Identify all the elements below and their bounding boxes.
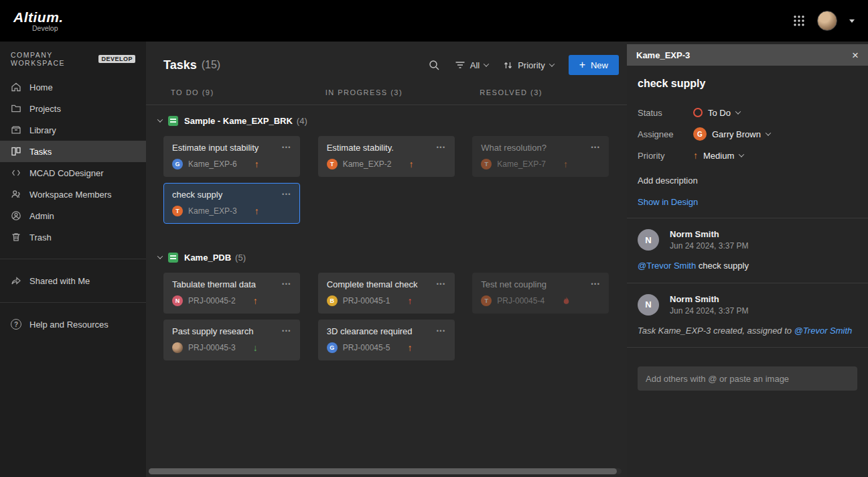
task-card-resolved[interactable]: Test net coupling T PRJ-00045-4 bbox=[472, 273, 609, 314]
assignee-avatar: G bbox=[172, 159, 183, 169]
workspace-label: COMPANY WORKSPACE bbox=[11, 51, 93, 67]
search-icon[interactable] bbox=[429, 60, 440, 71]
column-header-resolved: RESOLVED (3) bbox=[472, 88, 627, 96]
task-card[interactable]: 3D clearance required G PRJ-00045-5 bbox=[318, 320, 455, 360]
comment-system-body: Task Kame_EXP-3 created, assigned to @Tr… bbox=[638, 325, 857, 337]
show-in-design-link[interactable]: Show in Design bbox=[638, 197, 698, 207]
card-title: 3D clearance required bbox=[327, 326, 413, 336]
card-menu-icon[interactable] bbox=[282, 328, 291, 334]
card-menu-icon[interactable] bbox=[437, 281, 446, 287]
sidebar-item-label: Workspace Members bbox=[29, 190, 112, 200]
sidebar: COMPANY WORKSPACE DEVELOP Home Projects … bbox=[0, 42, 146, 477]
user-avatar[interactable] bbox=[817, 11, 837, 31]
card-menu-icon[interactable] bbox=[437, 144, 446, 151]
card-menu-icon[interactable] bbox=[282, 191, 291, 198]
sidebar-item-workspace-members[interactable]: Workspace Members bbox=[0, 184, 146, 205]
task-card[interactable]: Past supply research PRJ-00045-3 bbox=[163, 320, 300, 360]
card-menu-icon[interactable] bbox=[282, 144, 291, 151]
sort-dropdown[interactable]: Priority bbox=[503, 60, 553, 70]
comment-avatar: N bbox=[638, 294, 659, 316]
assignee-avatar: T bbox=[481, 295, 492, 306]
comment-input[interactable] bbox=[638, 366, 857, 391]
page-title: Tasks bbox=[163, 58, 197, 72]
folder-icon bbox=[11, 103, 21, 114]
sidebar-item-home[interactable]: Home bbox=[0, 76, 146, 98]
sidebar-item-shared-with-me[interactable]: Shared with Me bbox=[0, 270, 146, 291]
scrollbar-thumb[interactable] bbox=[149, 468, 617, 474]
user-menu-caret-icon[interactable] bbox=[849, 19, 855, 23]
task-card[interactable]: Complete themal check B PRJ-00045-1 bbox=[318, 273, 455, 314]
priority-up-icon bbox=[255, 206, 259, 216]
sort-icon bbox=[503, 60, 513, 70]
mention-link[interactable]: @Trevor Smith bbox=[638, 261, 696, 271]
sidebar-item-help-and-resources[interactable]: ? Help and Resources bbox=[0, 314, 146, 335]
share-arrow-icon bbox=[11, 275, 21, 286]
sidebar-item-trash[interactable]: Trash bbox=[0, 226, 146, 248]
assignee-avatar-photo bbox=[172, 342, 183, 353]
priority-dropdown[interactable]: Medium bbox=[693, 151, 743, 161]
status-dropdown[interactable]: To Do bbox=[693, 108, 740, 118]
sidebar-item-library[interactable]: Library bbox=[0, 119, 146, 141]
altium-logo: Altium. Develop bbox=[13, 9, 64, 32]
card-id: Kame_EXP-3 bbox=[188, 206, 237, 216]
plus-icon: + bbox=[579, 60, 585, 70]
task-card-resolved[interactable]: What resolution? T Kame_EXP-7 bbox=[472, 136, 609, 177]
card-menu-icon[interactable] bbox=[282, 281, 291, 287]
sidebar-divider bbox=[0, 259, 146, 259]
horizontal-scrollbar[interactable] bbox=[149, 468, 622, 474]
admin-icon bbox=[11, 210, 21, 221]
close-icon[interactable]: × bbox=[852, 50, 859, 61]
comment-body: @Trevor Smith check supply bbox=[638, 260, 857, 272]
collapse-chevron-icon bbox=[157, 117, 163, 122]
sidebar-item-tasks[interactable]: Tasks bbox=[0, 141, 146, 162]
group-header-kame-pdb[interactable]: Kame_PDB (5) bbox=[146, 242, 627, 273]
task-card[interactable]: Estimate stability. T Kame_EXP-2 bbox=[318, 136, 455, 177]
priority-down-icon bbox=[253, 343, 258, 352]
logo-text: Altium. bbox=[13, 9, 64, 25]
collapse-chevron-icon bbox=[157, 253, 163, 259]
assignee-dropdown[interactable]: G Garry Brown bbox=[693, 127, 770, 141]
group-name: Sample - Kame_EXP_BRK bbox=[184, 116, 293, 126]
product-name: Develop bbox=[32, 24, 64, 32]
sidebar-item-admin[interactable]: Admin bbox=[0, 205, 146, 226]
sidebar-item-label: MCAD CoDesigner bbox=[29, 168, 104, 178]
panel-task-id: Kame_EXP-3 bbox=[636, 50, 690, 60]
assignee-avatar: G bbox=[327, 342, 338, 353]
chevron-down-icon bbox=[549, 61, 554, 66]
priority-up-icon bbox=[563, 159, 568, 169]
chevron-down-icon bbox=[735, 109, 741, 114]
group-count: (4) bbox=[297, 116, 307, 126]
task-card[interactable]: Tabulate thermal data N PRJ-00045-2 bbox=[163, 273, 300, 314]
chevron-down-icon bbox=[766, 130, 771, 135]
kanban-icon bbox=[11, 146, 21, 157]
task-card[interactable]: Estimate input stability G Kame_EXP-6 bbox=[163, 136, 300, 177]
mention-link[interactable]: @Trevor Smith bbox=[794, 326, 853, 336]
comment: N Norm Smith Jun 24 2024, 3:37 PM @Trevo… bbox=[638, 218, 857, 272]
card-title: Past supply research bbox=[172, 326, 253, 336]
card-title: Estimate input stability bbox=[172, 143, 259, 153]
card-id: Kame_EXP-6 bbox=[188, 159, 237, 169]
card-menu-icon[interactable] bbox=[591, 281, 600, 287]
assignee-avatar: G bbox=[693, 127, 707, 141]
sidebar-item-label: Tasks bbox=[29, 147, 52, 157]
new-task-button[interactable]: + New bbox=[569, 55, 619, 75]
priority-up-icon bbox=[693, 151, 698, 160]
task-card-selected[interactable]: check supply T Kame_EXP-3 bbox=[163, 183, 300, 224]
card-menu-icon[interactable] bbox=[591, 144, 600, 151]
sidebar-item-mcad-codesigner[interactable]: MCAD CoDesigner bbox=[0, 162, 146, 184]
group-header-kame-exp-brk[interactable]: Sample - Kame_EXP_BRK (4) bbox=[146, 105, 627, 136]
filter-dropdown[interactable]: All bbox=[455, 60, 488, 70]
assignee-label: Assignee bbox=[638, 129, 693, 139]
card-id: PRJ-00045-3 bbox=[188, 343, 236, 352]
chevron-down-icon bbox=[484, 61, 489, 66]
sidebar-item-projects[interactable]: Projects bbox=[0, 98, 146, 119]
status-todo-icon bbox=[693, 108, 703, 117]
apps-grid-icon[interactable] bbox=[793, 15, 805, 27]
add-description-button[interactable]: Add description bbox=[638, 176, 857, 186]
card-menu-icon[interactable] bbox=[437, 328, 446, 334]
project-doc-icon bbox=[168, 253, 178, 263]
comment-time: Jun 24 2024, 3:37 PM bbox=[670, 241, 748, 251]
sidebar-item-label: Admin bbox=[29, 211, 54, 221]
priority-up-icon bbox=[409, 159, 413, 169]
tasks-count: (15) bbox=[202, 59, 220, 71]
